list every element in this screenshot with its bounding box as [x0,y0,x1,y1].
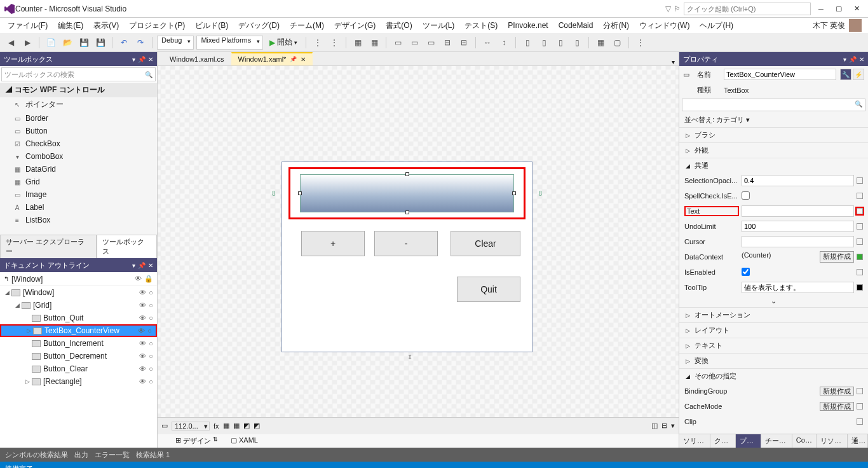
menu-window[interactable]: ウィンドウ(W) [634,18,695,33]
tab-notify[interactable]: 通知 [848,434,868,448]
order-icon[interactable]: ▯ [537,36,551,50]
designer-window[interactable]: 8 8 + - Clear Quit ⇕ [281,162,532,352]
tab-team[interactable]: チーム... [761,434,792,448]
close-button[interactable]: ✕ [849,3,864,15]
tree-toggle-icon[interactable]: ▷ [27,327,33,334]
prop-tooltip-input[interactable] [742,282,854,293]
tab-error-list[interactable]: エラー一覧 [95,450,130,460]
lock-icon[interactable]: ○ [149,289,153,296]
snap-icon[interactable]: ◩ [243,422,250,430]
outline-node[interactable]: ◢[Grid]👁○ [0,299,157,312]
menu-project[interactable]: プロジェクト(P) [124,18,190,33]
prop-isenabled-checkbox[interactable] [742,268,750,276]
visibility-icon[interactable]: 👁 [138,327,145,334]
prop-marker-icon[interactable] [857,418,863,425]
visibility-icon[interactable]: 👁 [139,301,146,309]
tab-code[interactable]: Cod... [792,434,817,448]
resize-handle-icon[interactable] [512,191,516,195]
resize-handle-icon[interactable] [405,172,409,176]
menu-codemaid[interactable]: CodeMaid [553,19,599,32]
align-icon[interactable]: ▭ [424,36,438,50]
outline-node[interactable]: Button_Clear👁○ [0,362,157,375]
panel-pin-icon[interactable]: 📌 [849,56,857,63]
prop-spellcheck-checkbox[interactable] [742,191,750,200]
button-quit[interactable]: Quit [457,277,520,302]
lock-icon[interactable]: ○ [149,301,153,309]
menu-tools[interactable]: ツール(L) [417,18,460,33]
snap-icon[interactable]: ◩ [254,422,260,430]
order-icon[interactable]: ▯ [520,36,534,50]
doc-tabs-overflow-icon[interactable]: ▾ [668,59,679,65]
show-more-icon[interactable]: ⌄ [679,295,868,307]
toolbox-item[interactable]: ☑CheckBox [0,137,157,150]
tab-find-symbol[interactable]: シンボルの検索結果 [5,450,68,460]
bindinggroup-new-button[interactable]: 新規作成 [820,387,854,396]
order-icon[interactable]: ▯ [570,36,584,50]
tab-resource[interactable]: リソー... [817,434,848,448]
menu-analyze[interactable]: 分析(N) [598,18,634,33]
zoom-icon[interactable]: ▭ [161,422,168,430]
visibility-icon[interactable]: 👁 [139,289,146,296]
prop-marker-icon[interactable] [857,284,863,291]
panel-dropdown-icon[interactable]: ▾ [132,56,135,63]
lock-icon[interactable]: ○ [149,378,153,385]
button-increment[interactable]: + [301,231,365,256]
lock-icon[interactable]: ○ [149,314,153,322]
zoom-combo[interactable]: 112.0... [172,422,210,430]
prop-marker-icon[interactable] [857,403,863,410]
tab-server-explorer[interactable]: サーバー エクスプローラー [0,235,97,258]
cat-layout[interactable]: ▷レイアウト [679,322,868,338]
cachemode-new-button[interactable]: 新規作成 [820,402,854,411]
menu-pinvoke[interactable]: PInvoke.net [503,19,553,32]
align-icon[interactable]: ▭ [391,36,405,50]
cat-transform[interactable]: ▷変換 [679,353,868,368]
doc-tab-xaml[interactable]: Window1.xaml*📌✕ [231,52,313,65]
save-button[interactable]: 💾 [77,36,91,50]
open-button[interactable]: 📂 [60,36,74,50]
sort-mode[interactable]: 並べ替え: カテゴリ ▾ [679,113,868,127]
grid-icon[interactable]: ▦ [233,422,240,430]
split-horizontal-icon[interactable]: ⊟ [661,422,667,430]
lock-icon[interactable]: ○ [149,365,153,373]
order-icon[interactable]: ▯ [553,36,567,50]
doc-tab-xaml-cs[interactable]: Window1.xaml.cs [163,53,231,65]
show-all-icon[interactable]: 👁 [135,275,142,283]
user-avatar-icon[interactable] [849,19,862,32]
menu-test[interactable]: テスト(S) [459,18,503,33]
lock-icon[interactable]: ○ [147,327,152,334]
toolbox-item[interactable]: ▾ComboBox [0,150,157,163]
lock-icon[interactable]: ○ [149,340,153,347]
align-icon[interactable]: ▭ [407,36,421,50]
lock-icon[interactable]: ○ [149,352,153,360]
prop-marker-icon[interactable] [857,238,863,245]
panel-pin-icon[interactable]: 📌 [138,56,146,63]
properties-mode-button[interactable]: 🔧 [840,69,851,80]
spacing-icon[interactable]: ↔ [480,36,494,50]
visibility-icon[interactable]: 👁 [139,352,146,360]
outline-node[interactable]: ▷TextBox_CounterView👁○ [0,324,157,337]
tool-icon[interactable]: ⋮ [327,36,341,50]
toolbox-item[interactable]: ▦DataGrid [0,163,157,176]
quick-launch-input[interactable] [684,3,811,15]
tab-properties[interactable]: プロ... [736,434,761,448]
design-surface[interactable]: 8 8 + - Clear Quit ⇕ [158,66,679,417]
prop-marker-icon[interactable] [857,223,863,230]
toolbox-item[interactable]: ALabel [0,201,157,214]
menu-debug[interactable]: デバッグ(D) [233,18,285,33]
toolbox-item[interactable]: ↖ポインター [0,97,157,112]
grid-align-icon[interactable]: ▦ [367,36,381,50]
textbox-counterview[interactable] [300,174,514,212]
visibility-icon[interactable]: 👁 [139,314,146,322]
lock-icon[interactable]: 🔒 [144,275,153,283]
prop-marker-icon[interactable] [857,254,863,260]
prop-cursor-input[interactable] [742,236,854,247]
name-input[interactable] [724,69,836,80]
panel-dropdown-icon[interactable]: ▾ [132,262,135,269]
tree-toggle-icon[interactable]: ▷ [25,378,32,385]
tool-icon[interactable]: ▦ [593,36,607,50]
config-combo[interactable]: Debug [157,36,194,50]
toolbox-search-input[interactable]: ツールボックスの検索 [1,67,156,81]
start-debug-button[interactable]: ▶開始▾ [266,36,301,50]
resize-handle-icon[interactable]: ⇕ [407,354,412,361]
tool-icon[interactable]: ⋮ [634,36,648,50]
